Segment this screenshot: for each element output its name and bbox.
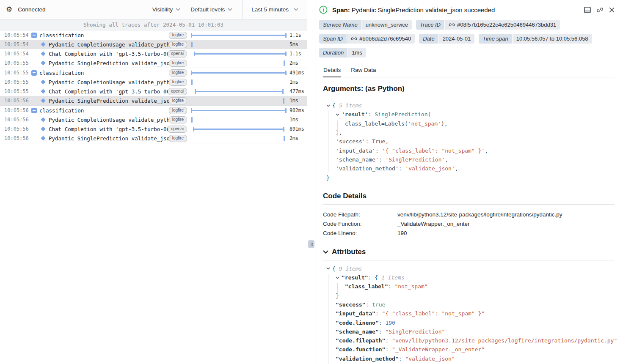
collapse-icon[interactable] bbox=[30, 70, 37, 76]
code-token: { bbox=[375, 274, 378, 281]
span-name: Pydantic SinglePrediction validate_json bbox=[49, 98, 169, 104]
divider bbox=[323, 260, 615, 260]
tab-details[interactable]: Details bbox=[323, 64, 341, 77]
span-diamond-icon bbox=[40, 137, 47, 140]
collapse-icon[interactable] bbox=[30, 33, 37, 38]
chevron-down-icon bbox=[228, 8, 232, 11]
chevron-down-icon bbox=[323, 250, 328, 254]
default-levels-label: Default levels bbox=[190, 6, 225, 13]
code-token: : bbox=[368, 274, 375, 281]
tag-value-text: unknown_service bbox=[366, 22, 408, 28]
code-line: } bbox=[323, 291, 615, 300]
span-duration: 891ms bbox=[287, 126, 307, 132]
panel-splitter bbox=[307, 0, 315, 364]
duration-bar bbox=[191, 68, 287, 77]
trace-row[interactable]: 10:05:56Chat Completion with 'gpt-3.5-tu… bbox=[0, 124, 307, 134]
span-duration: 1.1s bbox=[287, 51, 307, 57]
close-icon[interactable] bbox=[609, 7, 615, 13]
code-line: 'validation_method': 'validate_json', bbox=[323, 164, 615, 173]
span-title: Span: Pydantic SinglePrediction validate… bbox=[332, 6, 584, 14]
attributes-heading[interactable]: Attributes bbox=[323, 248, 615, 256]
span-name: Chat Completion with 'gpt-3.5-turbo-0613… bbox=[49, 88, 168, 95]
trace-row[interactable]: 10:05:56Pydantic CompletionUsage validat… bbox=[0, 115, 307, 124]
code-token: : True, bbox=[365, 138, 389, 145]
code-token: , bbox=[485, 148, 488, 154]
code-expand-chevron-icon[interactable] bbox=[336, 276, 342, 279]
trace-row[interactable]: 10:05:55Pydantic CompletionUsage validat… bbox=[0, 77, 307, 87]
tag-label: Time span bbox=[479, 34, 512, 44]
trace-row[interactable]: 10:05:56Pydantic SinglePrediction valida… bbox=[0, 96, 307, 105]
scope-badge: logfire bbox=[169, 69, 187, 77]
code-token: { bbox=[332, 102, 336, 109]
scope-badge: openai bbox=[168, 88, 187, 95]
trace-row[interactable]: 10:05:56classificationlogfire902ms bbox=[0, 106, 307, 115]
span-diamond-icon bbox=[40, 43, 47, 46]
code-token: ), bbox=[336, 129, 342, 136]
code-line: { 9 items bbox=[323, 264, 615, 273]
trace-row[interactable]: 10:05:55Pydantic SinglePrediction valida… bbox=[0, 58, 307, 68]
splitter-drag-handle[interactable] bbox=[308, 240, 314, 248]
code-line: "code.filepath": "venv/lib/python3.12/si… bbox=[323, 336, 615, 345]
span-name: Pydantic SinglePrediction validate_json bbox=[49, 135, 169, 142]
gear-icon[interactable]: ⚙ bbox=[6, 6, 12, 13]
code-token: 5 items bbox=[336, 102, 362, 109]
code-token: true bbox=[372, 301, 385, 308]
link-icon[interactable] bbox=[596, 7, 604, 13]
span-name: Chat Completion with 'gpt-3.5-turbo-0613… bbox=[49, 51, 168, 57]
span-diamond-icon bbox=[40, 127, 47, 131]
trace-row[interactable]: 10:05:55Chat Completion with 'gpt-3.5-tu… bbox=[0, 87, 307, 96]
trace-row[interactable]: 10:05:54Pydantic CompletionUsage validat… bbox=[0, 40, 307, 49]
code-token: SinglePrediction( bbox=[375, 111, 431, 118]
code-token: : bbox=[385, 337, 392, 344]
span-start-time: 10:05:56 bbox=[4, 135, 30, 141]
code-expand-chevron-icon[interactable] bbox=[326, 267, 332, 270]
code-token: "code.lineno" bbox=[336, 320, 379, 326]
detail-content: Arguments: (as Python) { 5 items'result'… bbox=[319, 85, 615, 364]
code-line: "result": { 1 items bbox=[323, 273, 615, 282]
divider bbox=[323, 204, 615, 205]
duration-bar bbox=[191, 58, 287, 68]
connection-status: Connected bbox=[18, 6, 45, 13]
tab-raw-data[interactable]: Raw Data bbox=[350, 64, 376, 77]
link-icon[interactable] bbox=[351, 36, 357, 41]
code-expand-chevron-icon[interactable] bbox=[326, 104, 332, 107]
code-token: "{ "class_label": "not_spam" }" bbox=[382, 310, 485, 317]
trace-row[interactable]: 10:05:54Chat Completion with 'gpt-3.5-tu… bbox=[0, 49, 307, 58]
code-token: } bbox=[326, 175, 330, 181]
code-line: "class_label": "not_spam" bbox=[323, 282, 615, 291]
span-name: Pydantic CompletionUsage validate_python bbox=[49, 117, 169, 123]
code-line: "validation_method": "validate_json" bbox=[323, 354, 615, 363]
link-icon[interactable] bbox=[449, 22, 455, 27]
trace-row[interactable]: 10:05:56Pydantic SinglePrediction valida… bbox=[0, 134, 307, 143]
trace-row[interactable]: 10:05:54classificationlogfire1.1s bbox=[0, 30, 307, 40]
scope-badge: logfire bbox=[169, 116, 187, 123]
code-token: "schema_name" bbox=[336, 328, 379, 335]
code-token: : bbox=[379, 156, 386, 163]
default-levels-dropdown[interactable]: Default levels bbox=[190, 6, 232, 13]
code-expand-chevron-icon[interactable] bbox=[336, 113, 342, 116]
collapse-icon[interactable] bbox=[30, 108, 37, 113]
code-detail-row: Code Function:_ValidateWrapper._on_enter bbox=[323, 219, 615, 229]
tag-label: Service Name bbox=[319, 20, 361, 30]
span-name: Chat Completion with 'gpt-3.5-turbo-0613… bbox=[49, 126, 168, 132]
scope-badge: logfire bbox=[169, 135, 187, 142]
span-name: Pydantic SinglePrediction validate_json bbox=[49, 60, 169, 66]
span-diamond-icon bbox=[40, 52, 47, 55]
visibility-dropdown[interactable]: Visibility bbox=[152, 6, 181, 13]
time-range-dropdown[interactable]: Last 5 minutes bbox=[251, 6, 298, 13]
info-icon bbox=[319, 5, 328, 14]
span-tags: Service Nameunknown_serviceTrace ID#08f5… bbox=[319, 20, 615, 57]
arguments-code-block: { 5 items'result': SinglePrediction(clas… bbox=[323, 101, 615, 182]
code-token: 9 items bbox=[336, 265, 362, 272]
span-tag: Trace ID#08f57b165e22c4e625046944673bdd3… bbox=[416, 20, 560, 30]
scope-badge: openai bbox=[168, 126, 187, 133]
code-token: "not_spam" bbox=[394, 283, 427, 290]
code-line: "input_data": "{ "class_label": "not_spa… bbox=[323, 309, 615, 318]
code-token: "code.filepath" bbox=[336, 337, 385, 344]
indent-guide bbox=[337, 283, 338, 299]
dock-panel-icon[interactable] bbox=[584, 7, 591, 13]
trace-row[interactable]: 10:05:55classificationlogfire491ms bbox=[0, 68, 307, 77]
span-duration: 491ms bbox=[287, 70, 307, 76]
code-detail-label: Code Lineno: bbox=[323, 230, 397, 236]
indent-guide bbox=[328, 111, 328, 172]
